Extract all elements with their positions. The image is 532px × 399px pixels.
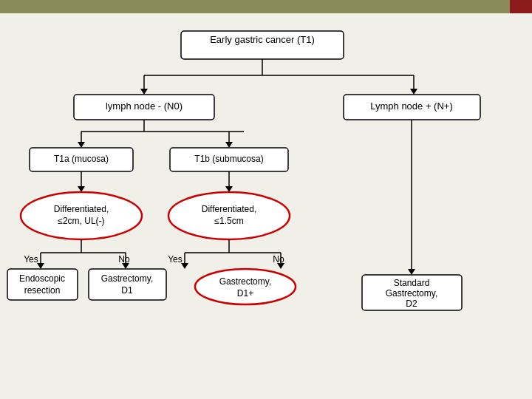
diff-left-label-2: ≤2cm, UL(-) xyxy=(58,216,104,226)
yes-right-label: Yes xyxy=(168,254,183,265)
svg-marker-3 xyxy=(140,89,148,95)
gastrectomy-d2-label-2: Gastrectomy, xyxy=(386,288,437,299)
endoscopic-label-2: resection xyxy=(24,285,61,296)
svg-marker-9 xyxy=(78,142,85,148)
no-right-label: No xyxy=(273,254,284,265)
svg-marker-11 xyxy=(225,142,233,148)
yes-left-label: Yes xyxy=(24,254,38,265)
svg-marker-5 xyxy=(410,89,417,95)
red-accent xyxy=(510,0,532,13)
diff-right-label-2: ≤1.5cm xyxy=(214,216,243,226)
top-bar xyxy=(0,0,532,13)
t1b-label: T1b (submucosa) xyxy=(194,154,263,164)
root-label: Early gastric cancer (T1) xyxy=(210,34,315,45)
endoscopic-label-1: Endoscopic xyxy=(19,273,65,284)
gastrectomy-d1-label-1: Gastrectomy, xyxy=(101,273,153,284)
diagram-area: Early gastric cancer (T1) lymph node - (… xyxy=(0,15,532,392)
no-left-label: No xyxy=(118,254,130,265)
lymph-neg-label: lymph node - (N0) xyxy=(106,100,183,112)
lymph-pos-label: Lymph node + (N+) xyxy=(370,100,453,112)
gastrectomy-d1plus-label-2: D1+ xyxy=(237,288,253,299)
gastrectomy-d1plus-label-1: Gastrectomy, xyxy=(219,276,271,287)
gastrectomy-d2-label-1: Standard xyxy=(394,278,430,288)
svg-marker-29 xyxy=(408,269,415,275)
diff-right-label-1: Differentiated, xyxy=(202,204,257,214)
t1a-label: T1a (mucosa) xyxy=(54,154,109,164)
diff-left-label-1: Differentiated, xyxy=(54,204,109,214)
gastrectomy-d2-label-3: D2 xyxy=(406,299,417,309)
gastrectomy-d1-label-2: D1 xyxy=(121,285,133,296)
